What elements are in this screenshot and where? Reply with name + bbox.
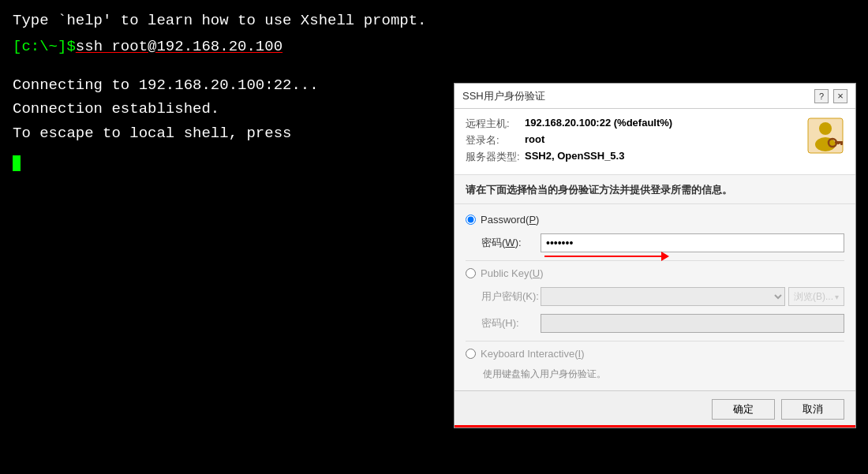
keyboard-option-label[interactable]: Keyboard Interactive(I): [481, 348, 585, 360]
browse-label: 浏览(B)...: [794, 290, 833, 304]
terminal-line-ssh: [c:\~]$ ssh root@192.168.20.100: [13, 35, 855, 58]
keyboard-description: 使用键盘输入用户身份验证。: [466, 368, 844, 381]
password-field-label: 密码(W):: [481, 236, 541, 250]
passphrase-label: 密码(H):: [481, 316, 541, 330]
dialog-description: 请在下面选择恰当的身份验证方法并提供登录所需的信息。: [455, 175, 855, 204]
userkey-select: [541, 287, 785, 306]
login-label: 登录名:: [466, 133, 525, 147]
pubkey-option-text: Public Key(U): [481, 267, 543, 279]
remote-host-label: 远程主机:: [466, 117, 525, 131]
password-option-label[interactable]: Password(P): [481, 214, 539, 226]
ssh-auth-dialog: SSH用户身份验证 ? × 远程主机: 192.168.20.100:22 (%…: [454, 83, 856, 428]
close-button[interactable]: ×: [833, 89, 847, 103]
dialog-info-text: 远程主机: 192.168.20.100:22 (%default%) 登录名:…: [466, 117, 799, 166]
terminal-line-help: Type `help' to learn how to use Xshell p…: [13, 9, 855, 32]
password-radio[interactable]: [466, 215, 476, 225]
browse-arrow-icon: ▾: [835, 293, 839, 301]
svg-rect-5: [840, 141, 843, 145]
browse-button[interactable]: 浏览(B)... ▾: [788, 287, 844, 306]
remote-host-row: 远程主机: 192.168.20.100:22 (%default%): [466, 117, 799, 131]
svg-rect-6: [837, 141, 840, 144]
server-type-row: 服务器类型: SSH2, OpenSSH_5.3: [466, 150, 799, 164]
password-input[interactable]: [541, 233, 844, 252]
remote-host-value: 192.168.20.100:22 (%default%): [525, 117, 672, 131]
footer-red-underline: [455, 425, 855, 427]
cancel-button[interactable]: 取消: [781, 399, 844, 420]
password-arrow: [544, 256, 663, 257]
passphrase-input: [541, 314, 844, 333]
password-option-text: Password(P): [481, 214, 539, 226]
keyboard-option-row[interactable]: Keyboard Interactive(I): [466, 348, 844, 360]
password-arrow-head: [661, 252, 669, 261]
userkey-field-row: 用户密钥(K): 浏览(B)... ▾: [466, 287, 844, 306]
terminal-command: ssh root@192.168.20.100: [76, 35, 282, 58]
svg-point-1: [819, 122, 832, 135]
dialog-user-icon: [806, 117, 844, 155]
passphrase-field-row: 密码(H):: [466, 314, 844, 333]
login-value: root: [525, 133, 544, 147]
server-type-label: 服务器类型:: [466, 150, 525, 164]
dialog-title: SSH用户身份验证: [462, 89, 545, 103]
pubkey-option-row[interactable]: Public Key(U): [466, 267, 844, 279]
section-divider-2: [466, 341, 844, 342]
help-button[interactable]: ?: [814, 89, 829, 103]
login-row: 登录名: root: [466, 133, 799, 147]
ok-button[interactable]: 确定: [712, 399, 775, 420]
user-key-icon: [807, 118, 844, 154]
userkey-label: 用户密钥(K):: [481, 289, 541, 304]
password-field-row: 密码(W):: [466, 233, 844, 252]
dialog-controls: ? ×: [814, 89, 847, 103]
dialog-titlebar: SSH用户身份验证 ? ×: [455, 84, 855, 109]
dialog-footer: 确定 取消: [455, 390, 855, 427]
keyboard-option-text: Keyboard Interactive(I): [481, 348, 585, 360]
password-option-row[interactable]: Password(P): [466, 214, 844, 226]
terminal-prompt: [c:\~]$: [13, 35, 76, 58]
section-divider-1: [466, 260, 844, 261]
pubkey-radio[interactable]: [466, 268, 476, 278]
keyboard-radio[interactable]: [466, 349, 476, 359]
pubkey-option-label[interactable]: Public Key(U): [481, 267, 543, 279]
terminal-cursor: [13, 155, 21, 171]
dialog-info-section: 远程主机: 192.168.20.100:22 (%default%) 登录名:…: [455, 109, 855, 175]
dialog-body: Password(P) 密码(W): Public Key(U) 用户密钥(K)…: [455, 204, 855, 390]
server-type-value: SSH2, OpenSSH_5.3: [525, 150, 624, 164]
